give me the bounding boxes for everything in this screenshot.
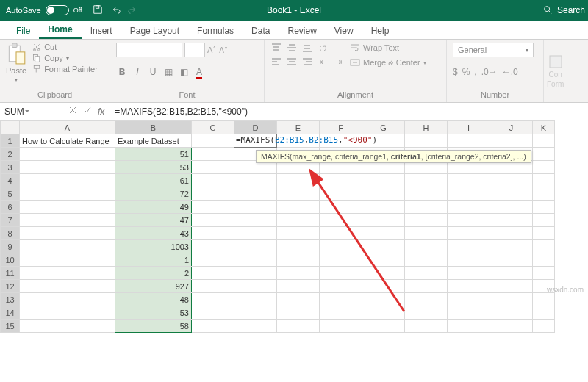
autosave-toggle[interactable]: AutoSave Off: [6, 5, 82, 15]
col-header-c[interactable]: C: [192, 121, 234, 134]
cell-e8[interactable]: [277, 227, 320, 240]
cell-d13[interactable]: [234, 293, 277, 306]
conditional-formatting-button[interactable]: Con Form: [544, 40, 567, 102]
cell-f5[interactable]: [320, 187, 362, 201]
align-bottom-icon[interactable]: [301, 43, 313, 53]
cell-j7[interactable]: [490, 214, 533, 227]
cell-f4[interactable]: [320, 174, 362, 187]
cell-g13[interactable]: [362, 293, 405, 306]
cell-d8[interactable]: [234, 227, 277, 240]
cell-f12[interactable]: [320, 280, 362, 293]
row-header-11[interactable]: 11: [1, 267, 20, 280]
col-header-f[interactable]: F: [320, 121, 362, 134]
cell-g8[interactable]: [362, 227, 405, 240]
cell-h7[interactable]: [405, 214, 448, 227]
increase-indent-icon[interactable]: ⇥: [332, 57, 344, 67]
cell-e11[interactable]: [277, 267, 320, 280]
comma-format-icon[interactable]: ,: [474, 67, 476, 77]
cell-j1[interactable]: [490, 134, 533, 148]
cell-f6[interactable]: [320, 201, 362, 214]
cell-c3[interactable]: [192, 161, 234, 174]
col-header-i[interactable]: I: [448, 121, 490, 134]
cell-j8[interactable]: [490, 227, 533, 240]
cell-k11[interactable]: [533, 267, 555, 280]
cell-f7[interactable]: [320, 214, 362, 227]
wrap-text-button[interactable]: Wrap Text: [350, 43, 426, 53]
cell-f14[interactable]: [320, 306, 362, 320]
cell-k14[interactable]: [533, 306, 555, 320]
cell-d5[interactable]: [234, 187, 277, 201]
cell-d6[interactable]: [234, 201, 277, 214]
fill-color-button[interactable]: ◧: [178, 67, 190, 77]
cell-a6[interactable]: [20, 201, 115, 214]
undo-icon[interactable]: [110, 4, 121, 17]
cell-f11[interactable]: [320, 267, 362, 280]
row-header-10[interactable]: 10: [1, 253, 20, 267]
increase-decimal-icon[interactable]: .0→: [481, 67, 498, 77]
cell-d9[interactable]: [234, 240, 277, 253]
cell-k4[interactable]: [533, 174, 555, 187]
cell-c12[interactable]: [192, 280, 234, 293]
cell-h1[interactable]: [405, 134, 448, 148]
col-header-j[interactable]: J: [490, 121, 533, 134]
cell-b2[interactable]: 51: [115, 148, 192, 161]
cell-i13[interactable]: [448, 293, 490, 306]
cell-i14[interactable]: [448, 306, 490, 320]
row-header-12[interactable]: 12: [1, 280, 20, 293]
cell-h4[interactable]: [405, 174, 448, 187]
tab-home[interactable]: Home: [39, 21, 81, 39]
col-header-b[interactable]: B: [115, 121, 192, 134]
cell-i9[interactable]: [448, 240, 490, 253]
row-header-3[interactable]: 3: [1, 161, 20, 174]
tab-view[interactable]: View: [326, 22, 362, 39]
tab-formulas[interactable]: Formulas: [188, 22, 243, 39]
cell-k3[interactable]: [533, 161, 555, 174]
cell-c8[interactable]: [192, 227, 234, 240]
cell-d7[interactable]: [234, 214, 277, 227]
tab-data[interactable]: Data: [243, 22, 279, 39]
tab-file[interactable]: File: [7, 22, 39, 39]
cell-c6[interactable]: [192, 201, 234, 214]
cell-k15[interactable]: [533, 320, 555, 333]
cell-e10[interactable]: [277, 253, 320, 267]
cell-k8[interactable]: [533, 227, 555, 240]
align-middle-icon[interactable]: [286, 43, 298, 53]
chevron-down-icon[interactable]: ▾: [15, 76, 18, 83]
cell-a14[interactable]: [20, 306, 115, 320]
cell-e9[interactable]: [277, 240, 320, 253]
row-header-7[interactable]: 7: [1, 214, 20, 227]
row-header-1[interactable]: 1: [1, 134, 20, 148]
cell-b15[interactable]: 58: [115, 320, 192, 333]
cell-a10[interactable]: [20, 253, 115, 267]
row-header-5[interactable]: 5: [1, 187, 20, 201]
cell-k10[interactable]: [533, 253, 555, 267]
cell-b6[interactable]: 49: [115, 201, 192, 214]
spreadsheet-grid[interactable]: A B C D E F G H I J K 1 How to Calculate…: [0, 120, 588, 333]
merge-center-button[interactable]: Merge & Center▾: [350, 57, 426, 68]
accounting-format-icon[interactable]: $: [453, 67, 458, 77]
align-right-icon[interactable]: [301, 57, 313, 67]
cell-b10[interactable]: 1: [115, 253, 192, 267]
cell-c11[interactable]: [192, 267, 234, 280]
cell-j10[interactable]: [490, 253, 533, 267]
cell-c5[interactable]: [192, 187, 234, 201]
tab-insert[interactable]: Insert: [82, 22, 121, 39]
row-header-9[interactable]: 9: [1, 240, 20, 253]
formula-input[interactable]: =MAXIFS(B2:B15,B2:B15,"<900"): [110, 107, 588, 117]
cell-j12[interactable]: [490, 280, 533, 293]
cell-d11[interactable]: [234, 267, 277, 280]
row-header-2[interactable]: 2: [1, 148, 20, 161]
row-header-4[interactable]: 4: [1, 174, 20, 187]
cell-k9[interactable]: [533, 240, 555, 253]
underline-button[interactable]: U: [147, 67, 159, 77]
cell-j14[interactable]: [490, 306, 533, 320]
cell-a9[interactable]: [20, 240, 115, 253]
fx-icon[interactable]: fx: [98, 107, 104, 117]
cell-d4[interactable]: [234, 174, 277, 187]
cell-c10[interactable]: [192, 253, 234, 267]
cell-d10[interactable]: [234, 253, 277, 267]
cell-c2[interactable]: [192, 148, 234, 161]
enter-icon[interactable]: [83, 106, 92, 117]
cell-b11[interactable]: 2: [115, 267, 192, 280]
cell-i1[interactable]: [448, 134, 490, 148]
